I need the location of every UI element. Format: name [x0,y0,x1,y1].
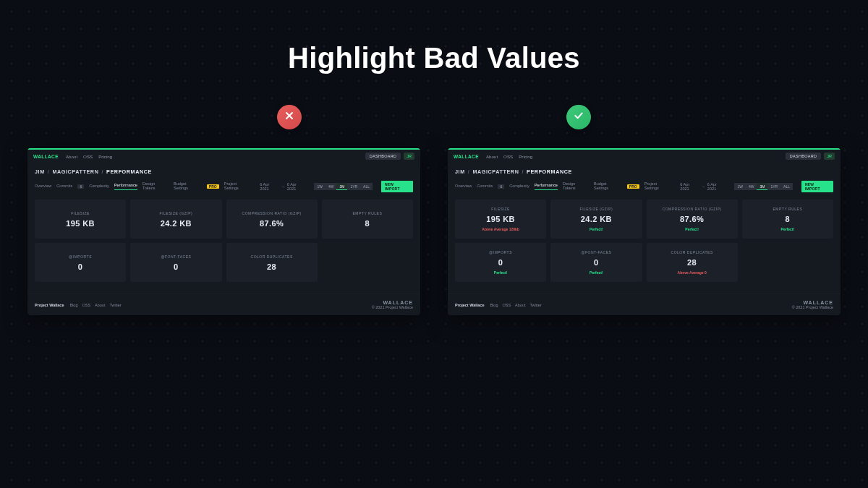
footer-logo: WALLACE [792,300,833,305]
tab-performance[interactable]: Performance [114,183,137,190]
pro-badge: PRO [627,184,639,189]
card-hint: Perfect! [685,227,699,231]
crumb-user[interactable]: JIM [455,168,465,175]
footer-twitter[interactable]: Twitter [529,303,541,307]
card-imports: @IMPORTS 0 [35,243,126,282]
card-label: FILESIZE (GZIP) [580,207,613,211]
card-hint: Perfect! [590,227,603,231]
card-value: 87.6% [260,219,284,228]
nav-pricing[interactable]: Pricing [519,154,532,159]
seg-all[interactable]: ALL [360,183,373,190]
seg-all[interactable]: ALL [780,183,793,190]
footer-blog[interactable]: Blog [490,303,498,307]
card-label: COLOR DUPLICATES [251,254,293,259]
range-segmented: 1W 4W 3M 1YR ALL [734,183,793,190]
brand-logo[interactable]: WALLACE [454,154,479,159]
tab-project-settings[interactable]: Project Settings [224,181,252,192]
tab-budget[interactable]: Budget Settings [174,181,202,192]
avatar[interactable]: JR [824,153,835,160]
seg-3m[interactable]: 3M [757,183,767,190]
tab-design-tokens[interactable]: Design Tokens [142,181,169,192]
tab-overview[interactable]: Overview [35,184,51,190]
tab-budget[interactable]: Budget Settings [594,181,622,192]
nav-about[interactable]: About [66,154,77,159]
footer-blog[interactable]: Blog [69,303,77,307]
footer-copyright: © 2021 Project Wallace [792,305,833,309]
panel-after: WALLACE About OSS Pricing DASHBOARD JR J… [448,148,841,315]
check-icon [573,110,584,124]
tab-project-settings[interactable]: Project Settings [644,181,673,192]
x-icon [284,110,295,124]
tab-row: Overview Commits 6 Complexity Performanc… [455,181,833,192]
crumb-user[interactable]: JIM [35,168,45,175]
card-label: @FONT-FACES [161,254,191,259]
crumb-page: PERFORMANCE [106,168,152,175]
seg-1yr[interactable]: 1YR [767,183,780,190]
card-label: COMPRESSION RATIO (GZIP) [242,211,302,215]
card-filesize: FILESIZE 195 KB [35,200,126,239]
seg-1w[interactable]: 1W [734,183,746,190]
nav-about[interactable]: About [486,154,498,159]
crumb-project[interactable]: MAGICPATTERN [52,168,98,175]
seg-4w[interactable]: 4W [326,183,337,190]
nav-oss[interactable]: OSS [83,154,93,159]
card-value: 24.2 KB [161,219,192,228]
tab-performance[interactable]: Performance [535,183,558,190]
date-from: 6 Apr 2021 [260,182,279,191]
footer-oss[interactable]: OSS [82,303,90,307]
dashboard-button[interactable]: DASHBOARD [786,153,822,160]
tab-commits[interactable]: Commits [56,184,72,190]
nav-oss[interactable]: OSS [503,154,513,159]
footer-oss[interactable]: OSS [502,303,511,307]
footer-brand[interactable]: Project Wallace [35,303,64,307]
seg-1w[interactable]: 1W [314,183,326,190]
crumb-project[interactable]: MAGICPATTERN [472,168,519,175]
tab-complexity[interactable]: Complexity [89,184,109,190]
metrics-grid: FILESIZE 195 KB FILESIZE (GZIP) 24.2 KB … [35,200,413,282]
commits-count-badge: 6 [77,184,84,189]
arrow-right-icon: → [702,184,705,189]
top-nav: About OSS Pricing [486,154,532,159]
nav-pricing[interactable]: Pricing [98,154,112,159]
footer-brand[interactable]: Project Wallace [455,303,484,307]
seg-3m[interactable]: 3M [336,183,347,190]
tab-overview[interactable]: Overview [455,184,472,190]
card-label: FILESIZE [491,207,510,211]
card-fontfaces: @FONT-FACES 0 Perfect! [550,243,642,282]
panels-row: WALLACE About OSS Pricing DASHBOARD JR J… [27,148,841,315]
brand-logo[interactable]: WALLACE [33,154,59,159]
card-empty: EMPTY RULES 8 Perfect! [742,200,833,239]
good-badge [566,105,591,129]
seg-1yr[interactable]: 1YR [347,183,360,190]
card-gzip: FILESIZE (GZIP) 24.2 KB [130,200,221,239]
seg-4w[interactable]: 4W [746,183,757,190]
card-ratio: COMPRESSION RATIO (GZIP) 87.6% Perfect! [647,200,738,239]
topbar: WALLACE About OSS Pricing DASHBOARD JR [448,148,841,164]
footer-twitter[interactable]: Twitter [109,303,121,307]
footer-about[interactable]: About [95,303,105,307]
card-value: 195 KB [486,215,515,223]
date-range[interactable]: 6 Apr 2021 → 6 Apr 2021 [680,182,726,191]
top-nav: About OSS Pricing [66,154,112,159]
tab-design-tokens[interactable]: Design Tokens [563,181,589,192]
card-label: FILESIZE [71,211,90,215]
commits-count-badge: 6 [498,184,504,189]
footer-about[interactable]: About [515,303,525,307]
tab-complexity[interactable]: Complexity [509,184,529,190]
card-label: @IMPORTS [69,254,92,259]
card-value: 0 [78,262,83,271]
breadcrumb: JIM/MAGICPATTERN/PERFORMANCE [455,168,833,175]
breadcrumb: JIM/MAGICPATTERN/PERFORMANCE [35,168,413,175]
card-label: EMPTY RULES [773,207,803,211]
card-label: COMPRESSION RATIO (GZIP) [663,207,722,211]
card-gzip: FILESIZE (GZIP) 24.2 KB Perfect! [550,200,642,239]
avatar[interactable]: JR [404,153,414,160]
dashboard-button[interactable]: DASHBOARD [365,153,401,160]
new-import-button[interactable]: NEW IMPORT [381,181,413,192]
new-import-button[interactable]: NEW IMPORT [801,181,833,192]
metrics-grid: FILESIZE 195 KB Above Average 120kb FILE… [455,200,833,282]
date-range[interactable]: 6 Apr 2021 → 6 Apr 2021 [260,182,306,191]
card-hint: Above Average 120kb [482,227,519,231]
card-label: COLOR DUPLICATES [671,250,713,254]
tab-commits[interactable]: Commits [477,184,493,190]
